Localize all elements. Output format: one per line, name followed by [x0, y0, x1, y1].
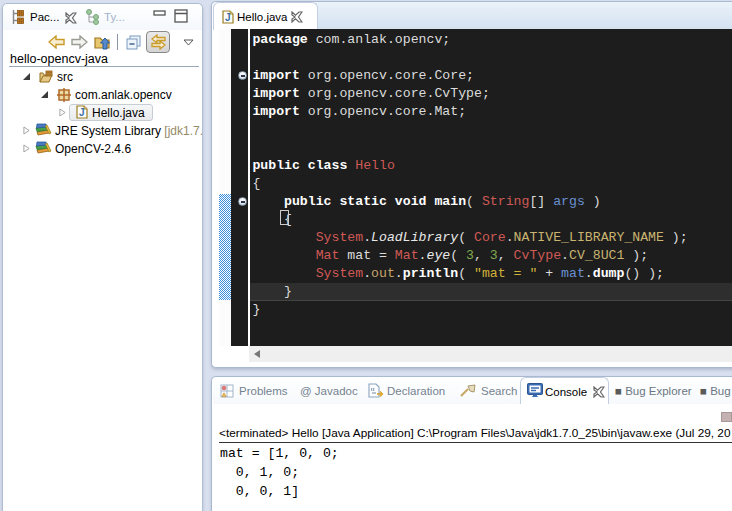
svg-text:J: J — [225, 12, 231, 23]
svg-text:J: J — [79, 107, 85, 118]
